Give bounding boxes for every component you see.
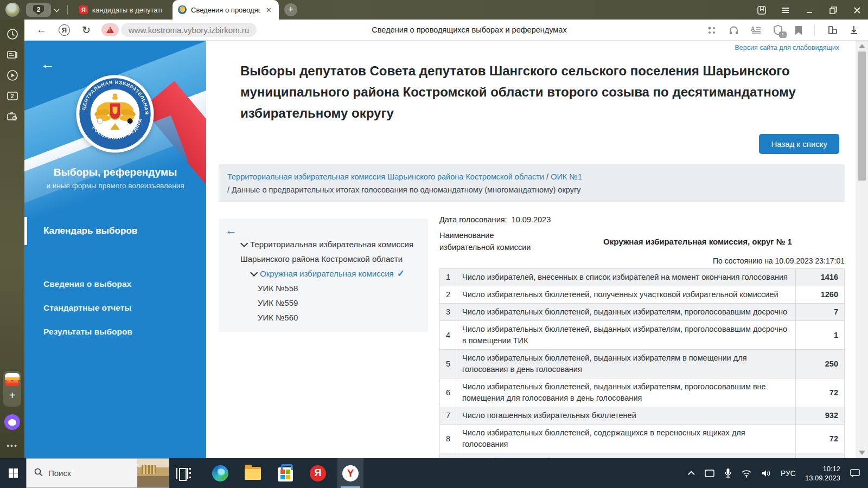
tree-back-arrow[interactable]: ←: [225, 225, 428, 236]
tab-counter-badge: 2: [33, 5, 44, 15]
check-icon: ✓: [397, 268, 405, 279]
sidebar-item-election-info[interactable]: Сведения о выборах: [43, 279, 131, 289]
downloads-icon[interactable]: [850, 25, 858, 35]
table-row: 2Число избирательных бюллетеней, получен…: [440, 286, 845, 304]
sidebar-item-election-results[interactable]: Результаты выборов: [43, 327, 132, 337]
taskbar-yandex-search[interactable]: Я: [305, 458, 331, 488]
table-row: 7Число погашенных избирательных бюллетен…: [440, 407, 845, 425]
clock[interactable]: 10:12 13.09.2023: [805, 464, 840, 483]
tab-title: кандидаты в депутаты на: [92, 6, 162, 14]
menu-icon[interactable]: [781, 6, 789, 14]
main-content: Версия сайта для слабовидящих Выборы деп…: [206, 41, 856, 458]
sidebar-item-standard-reports[interactable]: Стандартные отчеты: [43, 303, 132, 313]
close-tab-icon[interactable]: ✕: [266, 6, 272, 14]
tab-title: Сведения о проводящихся выборах: [191, 6, 260, 14]
restore-icon[interactable]: [829, 6, 837, 14]
listen-headphones-icon[interactable]: [729, 25, 739, 35]
mail-widget[interactable]: +: [3, 371, 21, 407]
accessibility-version-link[interactable]: Версия сайта для слабовидящих: [735, 44, 839, 52]
tablet-mode-icon[interactable]: [704, 468, 715, 478]
collections-icon[interactable]: [827, 25, 838, 35]
ms-store-icon: [278, 467, 293, 481]
breadcrumb-oik-link[interactable]: ОИК №1: [551, 172, 582, 181]
divider: [814, 25, 815, 36]
tree-node-tik[interactable]: Территориальная избирательная комиссия Ш…: [219, 236, 428, 266]
table-row: 3Число избирательных бюллетеней, выданны…: [440, 304, 845, 321]
microphone-icon[interactable]: [724, 468, 732, 478]
voting-date-value: 10.09.2023: [512, 215, 551, 224]
scrollbar-thumb[interactable]: [858, 52, 866, 181]
taskbar-search[interactable]: Поиск: [26, 458, 169, 488]
breadcrumb-current: Данные о предварительных итогах голосова…: [232, 185, 580, 194]
tray-expand-icon[interactable]: [688, 471, 695, 478]
yandex-home-icon[interactable]: Я: [59, 24, 70, 36]
tree-node-uik-558[interactable]: УИК №558: [219, 281, 428, 296]
chevron-down-icon: [250, 269, 258, 277]
security-warning-badge[interactable]: [101, 23, 119, 36]
svg-text:2: 2: [11, 93, 14, 99]
taskbar-explorer[interactable]: [240, 458, 266, 488]
protect-shield-icon[interactable]: 1: [773, 25, 783, 35]
close-window-icon[interactable]: [853, 6, 860, 14]
table-row: 9Число избирательных бюллетеней, содержа…: [440, 453, 845, 459]
scroll-down-icon[interactable]: [859, 451, 865, 455]
scroll-up-icon[interactable]: [859, 44, 865, 48]
screenshot-icon[interactable]: [7, 111, 18, 123]
voting-date-label: Дата голосования:: [439, 215, 507, 224]
tree-node-oik-selected[interactable]: Окружная избирательная комиссия✓: [219, 266, 428, 281]
table-row: 6Число избирательных бюллетеней, выданны…: [440, 378, 845, 407]
search-highlight-image[interactable]: [137, 459, 169, 487]
back-icon[interactable]: ←: [36, 24, 47, 36]
breadcrumb: Территориальная избирательная комиссия Ш…: [219, 164, 845, 202]
wifi-icon[interactable]: [741, 469, 752, 478]
sidebar-item-calendar[interactable]: Календарь выборов: [24, 217, 206, 245]
system-tray: РУС 10:12 13.09.2023: [690, 458, 868, 488]
notification-center-icon[interactable]: [850, 468, 860, 478]
yandex-browser-icon: Y: [342, 465, 359, 481]
add-widget-icon[interactable]: +: [3, 386, 21, 404]
taskbar-yandex-browser[interactable]: Y: [337, 458, 363, 488]
sidebar-back-arrow[interactable]: ←: [41, 56, 55, 73]
address-bar[interactable]: www.kostroma.vybory.izbirkom.ru: [121, 23, 257, 37]
table-row: 8Число избирательных бюллетеней, содержа…: [440, 425, 845, 453]
video-icon[interactable]: [7, 69, 18, 81]
as-of-timestamp: По состоянию на 10.09.2023 23:17:01: [439, 256, 845, 265]
new-tab-button[interactable]: +: [284, 3, 297, 16]
start-button[interactable]: [0, 458, 26, 488]
sidebar-title: Выборы, референдумы: [24, 166, 206, 178]
more-icon[interactable]: •••: [0, 441, 24, 450]
minimize-icon[interactable]: [805, 6, 813, 14]
side-panel-icon[interactable]: [757, 6, 765, 14]
profile-avatar[interactable]: [5, 3, 20, 17]
tree-node-uik-559[interactable]: УИК №559: [219, 296, 428, 310]
back-to-list-button[interactable]: Назад к списку: [759, 134, 839, 154]
active-indicator: [24, 217, 27, 245]
tabs-panel-icon[interactable]: 2: [7, 90, 18, 102]
commission-name-label: Наименование избирательной комиссии: [439, 229, 551, 253]
task-view-button[interactable]: [169, 458, 195, 488]
volume-icon[interactable]: [761, 469, 771, 478]
screen: 2 Я кандидаты в депутаты на Сведения о п…: [0, 0, 868, 488]
tree-node-uik-560[interactable]: УИК №560: [219, 310, 428, 325]
file-explorer-icon: [245, 467, 261, 480]
reader-mode-icon[interactable]: A: [751, 25, 761, 35]
taskbar-edge[interactable]: [207, 458, 233, 488]
reload-icon[interactable]: ↻: [82, 24, 91, 36]
results-panel: Дата голосования: 10.09.2023 Наименовани…: [439, 215, 845, 458]
tab-active-elections[interactable]: Сведения о проводящихся выборах ✕: [173, 0, 279, 20]
alice-assistant-icon[interactable]: [4, 414, 20, 430]
warning-icon: [106, 27, 114, 33]
page-title-omnibox[interactable]: Сведения о проводящихся выборах и рефере…: [296, 25, 643, 34]
chevron-down-icon[interactable]: [54, 7, 59, 12]
scrollbar[interactable]: [856, 41, 868, 458]
language-indicator[interactable]: РУС: [781, 469, 796, 478]
taskbar-store[interactable]: [272, 458, 298, 488]
bookmark-icon[interactable]: [795, 25, 802, 35]
extensions-icon[interactable]: [707, 25, 717, 35]
tab-counter-button[interactable]: 2: [26, 3, 51, 17]
tab-candidates[interactable]: Я кандидаты в депутаты на: [74, 0, 170, 20]
breadcrumb-tik-link[interactable]: Территориальная избирательная комиссия Ш…: [227, 172, 544, 181]
mail-icon[interactable]: [5, 373, 20, 386]
history-icon[interactable]: [7, 28, 18, 40]
feed-icon[interactable]: [7, 49, 18, 61]
